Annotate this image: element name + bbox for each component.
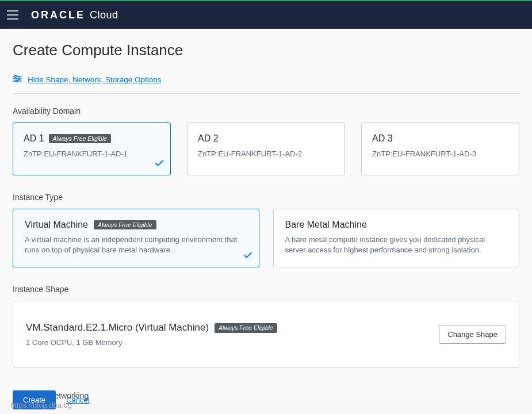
brand-name-strong: ORACLE: [31, 9, 85, 21]
svg-point-1: [14, 75, 16, 77]
footer-actions: Create Cancel: [0, 386, 532, 414]
availability-domain-card-1[interactable]: AD 1 Always Free Eligible ZnTP:EU-FRANKF…: [13, 122, 171, 175]
ad-subtitle: ZnTP:EU-FRANKFURT-1-AD-1: [24, 150, 160, 158]
ad-subtitle: ZnTP:EU-FRANKFURT-1-AD-2: [198, 150, 334, 158]
free-badge: Always Free Eligible: [215, 323, 277, 333]
instance-shape-title: VM.Standard.E2.1.Micro (Virtual Machine): [26, 322, 209, 334]
sliders-icon: [13, 74, 22, 85]
free-badge: Always Free Eligible: [49, 134, 112, 144]
instance-type-desc: A virtual machine is an independent comp…: [25, 235, 247, 255]
check-icon: [154, 158, 164, 170]
svg-point-3: [18, 78, 20, 79]
instance-type-title: Virtual Machine: [25, 220, 88, 230]
instance-type-card-vm[interactable]: Virtual Machine Always Free Eligible A v…: [13, 209, 259, 267]
change-shape-button[interactable]: Change Shape: [439, 325, 506, 344]
ad-title: AD 2: [198, 133, 219, 144]
instance-type-title: Bare Metal Machine: [285, 220, 367, 230]
free-badge: Always Free Eligible: [94, 220, 156, 230]
instance-shape-label: Instance Shape: [13, 285, 519, 294]
top-nav-bar: ORACLE Cloud: [0, 0, 532, 29]
instance-type-card-bare-metal[interactable]: Bare Metal Machine A bare metal compute …: [273, 209, 520, 267]
cancel-link[interactable]: Cancel: [66, 396, 89, 404]
ad-title: AD 1: [24, 133, 44, 144]
toggle-options-link[interactable]: Hide Shape, Network, Storage Options: [28, 75, 162, 84]
availability-domain-card-2[interactable]: AD 2 ZnTP:EU-FRANKFURT-1-AD-2: [187, 122, 345, 175]
availability-domain-card-3[interactable]: AD 3 ZnTP:EU-FRANKFURT-1-AD-3: [361, 122, 519, 175]
page-content: Create Compute Instance Hide Shape, Netw…: [0, 29, 532, 400]
hamburger-menu-icon[interactable]: [7, 10, 18, 20]
instance-shape-info: VM.Standard.E2.1.Micro (Virtual Machine)…: [26, 322, 277, 347]
brand-name-light: Cloud: [90, 9, 118, 21]
ad-subtitle: ZnTP:EU-FRANKFURT-1-AD-3: [372, 150, 508, 158]
options-toggle-row: Hide Shape, Network, Storage Options: [13, 74, 519, 94]
instance-shape-sub: 1 Core OCPU, 1 GB Memory: [26, 338, 277, 347]
page-title: Create Compute Instance: [13, 41, 519, 59]
availability-domain-row: AD 1 Always Free Eligible ZnTP:EU-FRANKF…: [13, 122, 519, 175]
instance-type-row: Virtual Machine Always Free Eligible A v…: [13, 209, 519, 267]
check-icon: [243, 250, 253, 262]
instance-type-label: Instance Type: [13, 193, 519, 202]
instance-type-desc: A bare metal compute instance gives you …: [285, 235, 508, 255]
svg-point-5: [16, 80, 17, 82]
instance-shape-box: VM.Standard.E2.1.Micro (Virtual Machine)…: [13, 301, 519, 368]
ad-title: AD 3: [372, 133, 393, 144]
availability-domain-label: Availability Domain: [13, 106, 519, 116]
create-button[interactable]: Create: [13, 390, 56, 409]
brand-logo[interactable]: ORACLE Cloud: [31, 9, 118, 21]
